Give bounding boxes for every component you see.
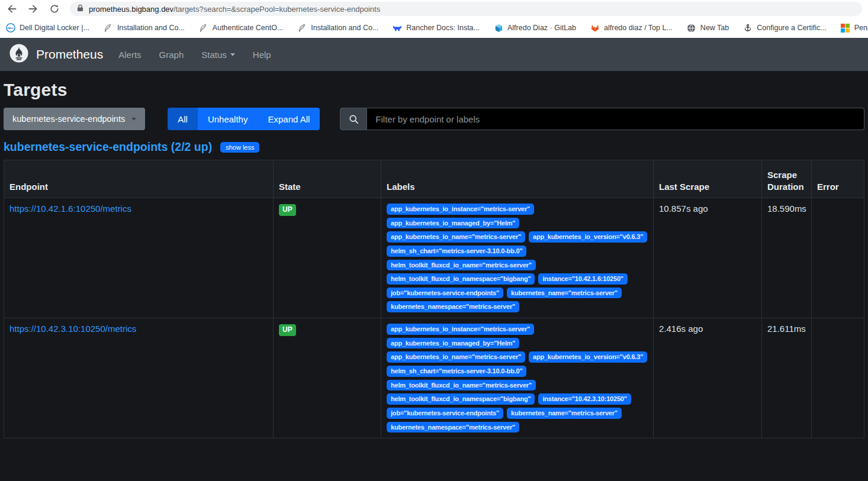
label-badge: app_kubernetes_io_version="v0.6.3" (529, 231, 647, 243)
label-badge: app_kubernetes_io_instance="metrics-serv… (387, 204, 534, 215)
col-endpoint: Endpoint (4, 160, 274, 198)
bookmark-item[interactable]: Rancher Docs: Insta... (393, 23, 480, 33)
label-badge: helm_toolkit_fluxcd_io_namespace="bigban… (387, 393, 535, 405)
label-badge: helm_toolkit_fluxcd_io_name="metrics-ser… (387, 380, 536, 391)
brand-label: Prometheus (36, 47, 103, 62)
label-badge: app_kubernetes_io_managed_by="Helm" (387, 338, 519, 349)
label-badge: job="kubernetes-service-endpoints" (387, 408, 503, 419)
scrape-duration-value: 18.590ms (762, 198, 812, 318)
targets-table-body: https://10.42.1.6:10250/metrics UP app_k… (4, 198, 864, 438)
show-less-button[interactable]: show less (220, 142, 259, 153)
dell-icon: DELL (6, 23, 15, 33)
chevron-down-icon (230, 53, 235, 56)
scrape-pool-value: kubernetes-service-endpoints (12, 114, 125, 124)
target-row: https://10.42.3.10:10250/metrics UP app_… (4, 318, 864, 438)
nav-item-graph[interactable]: Graph (159, 50, 184, 60)
bookmark-item[interactable]: Installation and Co... (297, 23, 378, 33)
label-badge: kubernetes_name="metrics-server" (507, 288, 622, 299)
filter-all-button[interactable]: All (168, 108, 198, 130)
filter-button-group: All Unhealthy Expand All (168, 108, 320, 130)
chevron-down-icon (131, 118, 136, 121)
label-badge: job="kubernetes-service-endpoints" (387, 288, 503, 299)
pool-section-header: kubernetes-service-endpoints (2/2 up) sh… (4, 140, 864, 154)
prometheus-brand[interactable]: Prometheus (9, 44, 103, 66)
targets-page: Targets kubernetes-service-endpoints All… (0, 80, 868, 438)
page-icon (104, 23, 113, 33)
bookmarks-bar: DELL Dell Digital Locker |... Installati… (0, 18, 868, 38)
label-badge: helm_toolkit_fluxcd_io_namespace="bigban… (387, 273, 535, 285)
bookmark-item[interactable]: Alfredo Diaz · GitLab (494, 23, 576, 33)
page-icon (297, 23, 307, 33)
label-badge: app_kubernetes_io_managed_by="Helm" (387, 218, 519, 229)
anchor-icon (743, 23, 753, 33)
pool-heading: kubernetes-service-endpoints (2/2 up) (4, 140, 212, 154)
page-icon (199, 23, 208, 33)
bookmark-item[interactable]: Authenticate CentO... (199, 23, 284, 33)
bookmark-item[interactable]: Configure a Certific... (743, 23, 826, 33)
address-bar[interactable]: prometheus.bigbang.dev/targets?search=&s… (70, 2, 862, 16)
col-last-scrape: Last Scrape (654, 160, 762, 198)
state-badge: UP (279, 204, 296, 216)
col-error: Error (812, 160, 864, 198)
scrape-duration-value: 21.611ms (762, 318, 812, 438)
lock-icon (77, 4, 83, 14)
label-badge: instance="10.42.1.6:10250" (538, 273, 627, 285)
label-badge: instance="10.42.3.10:10250" (538, 393, 631, 405)
gitlab-icon (590, 23, 600, 33)
col-state: State (274, 160, 381, 198)
label-badge: kubernetes_name="metrics-server" (507, 408, 622, 419)
col-scrape-duration: Scrape Duration (762, 160, 812, 198)
label-badge: app_kubernetes_io_version="v0.6.3" (529, 351, 647, 363)
url-text: prometheus.bigbang.dev/targets?search=&s… (89, 5, 380, 14)
endpoint-link[interactable]: https://10.42.3.10:10250/metrics (9, 324, 136, 334)
label-badge: kubernetes_namespace="metrics-server" (387, 422, 519, 433)
labels-list: app_kubernetes_io_instance="metrics-serv… (387, 204, 648, 312)
forward-icon[interactable] (27, 3, 39, 15)
scrape-pool-dropdown[interactable]: kubernetes-service-endpoints (4, 108, 145, 130)
prometheus-logo-icon (9, 44, 28, 66)
bookmark-item[interactable]: New Tab (687, 23, 729, 33)
microsoft-icon (841, 23, 850, 33)
reload-icon[interactable] (49, 3, 60, 15)
bookmark-item[interactable]: DELL Dell Digital Locker |... (6, 23, 89, 33)
state-badge: UP (279, 324, 296, 336)
navbar-links: Alerts Graph Status Help (118, 50, 271, 60)
expand-all-button[interactable]: Expand All (258, 108, 320, 130)
nav-item-status[interactable]: Status (201, 50, 235, 60)
label-badge: helm_sh_chart="metrics-server-3.10.0-bb.… (387, 366, 526, 377)
search-group (340, 108, 864, 130)
bookmark-item[interactable]: alfredo diaz / Top L... (590, 23, 673, 33)
filter-input[interactable] (367, 108, 864, 130)
svg-text:DELL: DELL (8, 27, 14, 30)
page-title: Targets (4, 80, 864, 100)
label-badge: app_kubernetes_io_name="metrics-server" (387, 231, 525, 243)
search-icon (340, 108, 367, 130)
prometheus-navbar: Prometheus Alerts Graph Status Help (0, 38, 868, 71)
filter-unhealthy-button[interactable]: Unhealthy (198, 108, 258, 130)
browser-toolbar: prometheus.bigbang.dev/targets?search=&s… (0, 0, 868, 18)
rancher-icon (393, 23, 402, 33)
bookmark-item[interactable]: Installation and Co... (104, 23, 185, 33)
table-header-row: Endpoint State Labels Last Scrape Scrape… (4, 160, 864, 198)
nav-item-help[interactable]: Help (253, 50, 271, 60)
back-icon[interactable] (6, 3, 18, 15)
nav-item-alerts[interactable]: Alerts (118, 50, 141, 60)
globe-icon (687, 23, 696, 33)
last-scrape-value: 10.857s ago (654, 198, 762, 318)
col-labels: Labels (381, 160, 654, 198)
label-badge: app_kubernetes_io_name="metrics-server" (387, 351, 525, 363)
controls-row: kubernetes-service-endpoints All Unhealt… (4, 108, 864, 130)
label-badge: helm_toolkit_fluxcd_io_name="metrics-ser… (387, 260, 536, 271)
label-badge: helm_sh_chart="metrics-server-3.10.0-bb.… (387, 246, 526, 257)
target-row: https://10.42.1.6:10250/metrics UP app_k… (4, 198, 864, 318)
cube-icon (494, 23, 503, 33)
bookmark-item[interactable]: Penn State Graduat... (841, 23, 868, 33)
last-scrape-value: 2.416s ago (654, 318, 762, 438)
label-badge: kubernetes_namespace="metrics-server" (387, 301, 519, 312)
labels-list: app_kubernetes_io_instance="metrics-serv… (387, 324, 648, 432)
error-value (812, 318, 864, 438)
error-value (812, 198, 864, 318)
targets-table: Endpoint State Labels Last Scrape Scrape… (4, 160, 864, 438)
label-badge: app_kubernetes_io_instance="metrics-serv… (387, 324, 534, 335)
endpoint-link[interactable]: https://10.42.1.6:10250/metrics (9, 204, 131, 214)
